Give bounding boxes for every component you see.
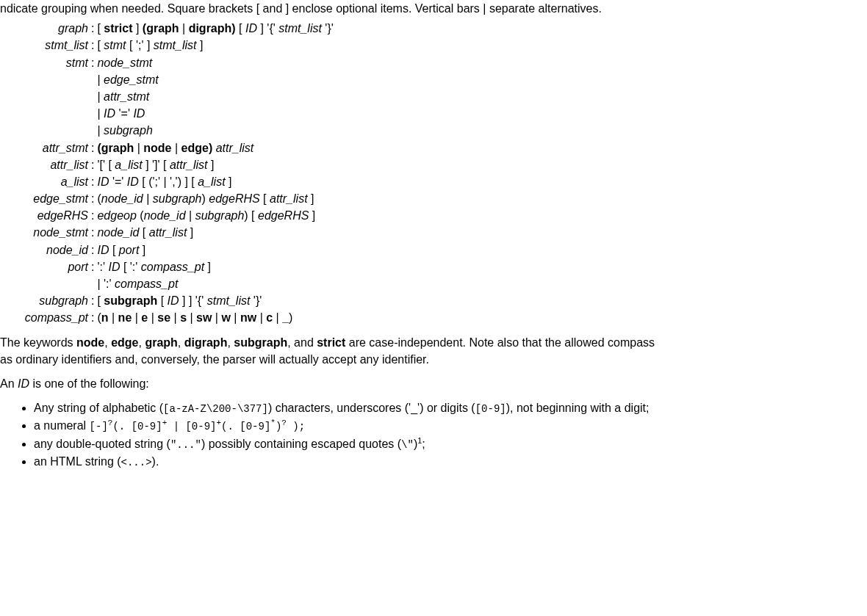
grammar-colon: : [90,292,96,309]
grammar-colon: : [90,139,96,156]
grammar-rhs: | subgraph [96,122,336,139]
grammar-lhs: stmt_list [0,37,90,54]
grammar-row: edge_stmt:(node_id | subgraph) edgeRHS [… [0,190,337,207]
grammar-lhs [0,88,90,105]
grammar-rhs: | edge_stmt [96,71,336,88]
grammar-colon [90,105,96,122]
grammar-lhs: node_id [0,242,90,258]
id-intro: An ID is one of the following: [0,375,867,392]
grammar-colon: : [90,207,96,224]
grammar-rhs: ':' ID [ ':' compass_pt ] [96,258,336,275]
grammar-row: attr_stmt:(graph | node | edge) attr_lis… [0,139,337,156]
grammar-row: node_id:ID [ port ] [0,242,337,258]
b1-e: ), not beginning with a digit; [506,402,650,414]
b1-code2: [0-9] [475,403,506,415]
grammar-row: graph:[ strict ] (graph | digraph) [ ID … [0,20,337,37]
grammar-row: compass_pt:(n | ne | e | se | s | sw | w… [0,309,337,326]
grammar-colon [90,88,96,105]
grammar-lhs [0,105,90,122]
kw-list: node, edge, graph, digraph, subgraph, an… [76,336,345,349]
b3-b: ) possibly containing escaped quotes ( [201,438,401,450]
grammar-rhs: (node_id | subgraph) edgeRHS [ attr_list… [96,190,336,207]
grammar-row: port:':' ID [ ':' compass_pt ] [0,258,337,275]
grammar-lhs: edge_stmt [0,190,90,207]
b1-b: ) characters, underscores ( [268,402,409,414]
grammar-lhs: subgraph [0,292,90,309]
id-bullet-4: an HTML string (<...>). [34,453,867,470]
grammar-rhs: '[' [ a_list ] ']' [ attr_list ] [96,156,336,173]
grammar-table: graph:[ strict ] (graph | digraph) [ ID … [0,20,337,326]
b2-a: a numeral [34,419,90,432]
grammar-lhs: port [0,258,90,275]
grammar-row: | edge_stmt [0,71,337,88]
grammar-colon: : [90,224,96,241]
id-intro-c: is one of the following: [29,377,149,390]
id-bullet-list: Any string of alphabetic ([a-zA-Z\200-\3… [0,399,867,470]
grammar-colon: : [90,173,96,190]
grammar-row: attr_list:'[' [ a_list ] ']' [ attr_list… [0,156,337,173]
grammar-lhs: a_list [0,173,90,190]
grammar-rhs: [ stmt [ ';' ] stmt_list ] [96,37,336,54]
grammar-row: | ':' compass_pt [0,275,337,292]
grammar-rhs: node_id [ attr_list ] [96,224,336,241]
grammar-lhs: compass_pt [0,309,90,326]
grammar-colon [90,275,96,292]
grammar-lhs: stmt [0,54,90,71]
grammar-lhs: attr_stmt [0,139,90,156]
grammar-colon [90,122,96,139]
grammar-row: node_stmt:node_id [ attr_list ] [0,224,337,241]
grammar-colon: : [90,242,96,258]
grammar-rhs: (n | ne | e | se | s | sw | w | nw | c |… [96,309,336,326]
intro-fragment: ndicate grouping when needed. Square bra… [0,0,867,17]
grammar-lhs: graph [0,20,90,37]
grammar-rhs: | ':' compass_pt [96,275,336,292]
grammar-lhs: attr_list [0,156,90,173]
grammar-row: a_list:ID '=' ID [ (';' | ',') ] [ a_lis… [0,173,337,190]
id-intro-a: An [0,377,18,390]
id-bullet-3: any double-quoted string ("...") possibl… [34,435,867,452]
id-bullet-1: Any string of alphabetic ([a-zA-Z\200-\3… [34,399,867,416]
b1-a: Any string of alphabetic ( [34,402,163,414]
kw-text-a: The keywords [0,336,76,349]
keywords-paragraph: The keywords node, edge, graph, digraph,… [0,334,867,368]
grammar-lhs [0,275,90,292]
grammar-rhs: | ID '=' ID [96,105,336,122]
grammar-colon: : [90,190,96,207]
b4-h: <...> [121,457,152,468]
grammar-colon [90,71,96,88]
page-root: ndicate grouping when needed. Square bra… [0,0,867,470]
b3-q: "..." [170,439,201,451]
grammar-row: | attr_stmt [0,88,337,105]
grammar-colon: : [90,309,96,326]
grammar-colon: : [90,54,96,71]
grammar-colon: : [90,258,96,275]
b4-a: an HTML string ( [34,455,121,468]
id-bullet-2: a numeral [-]?(. [0-9]+ | [0-9]+(. [0-9]… [34,417,867,434]
b4-b: ). [152,455,159,468]
grammar-colon: : [90,20,96,37]
kw-text-line2: as ordinary identifiers and, conversely,… [0,353,429,366]
grammar-rhs: [ subgraph [ ID ] ] '{' stmt_list '}' [96,292,336,309]
b3-a: any double-quoted string ( [34,438,170,450]
grammar-rhs: ID '=' ID [ (';' | ',') ] [ a_list ] [96,173,336,190]
id-intro-b: ID [18,377,29,390]
grammar-lhs [0,122,90,139]
grammar-colon: : [90,156,96,173]
b2-num: [-]?(. [0-9]+ | [0-9]+(. [0-9]*)? ); [90,421,306,432]
b1-d: ) or digits ( [420,402,475,414]
grammar-row: edgeRHS:edgeop (node_id | subgraph) [ ed… [0,207,337,224]
b1-c: '_' [409,402,420,414]
grammar-lhs: edgeRHS [0,207,90,224]
grammar-rhs: edgeop (node_id | subgraph) [ edgeRHS ] [96,207,336,224]
grammar-rhs: [ strict ] (graph | digraph) [ ID ] '{' … [96,20,336,37]
b3-d: ; [422,438,425,450]
grammar-rhs: (graph | node | edge) attr_list [96,139,336,156]
grammar-rhs: | attr_stmt [96,88,336,105]
grammar-lhs [0,71,90,88]
grammar-colon: : [90,37,96,54]
grammar-rhs: ID [ port ] [96,242,336,258]
grammar-rhs: node_stmt [96,54,336,71]
grammar-row: | subgraph [0,122,337,139]
grammar-row: stmt_list:[ stmt [ ';' ] stmt_list ] [0,37,337,54]
b1-code1: [a-zA-Z\200-\377] [163,403,268,415]
